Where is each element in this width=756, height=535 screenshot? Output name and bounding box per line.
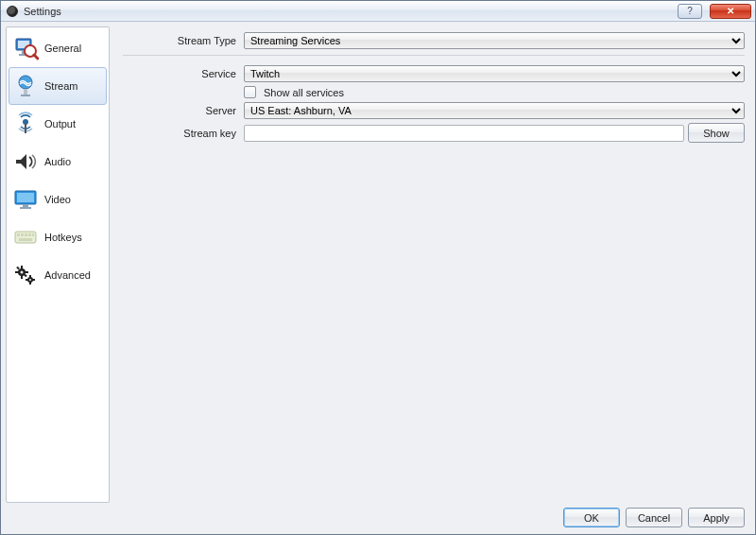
svg-rect-32 <box>26 279 28 281</box>
svg-rect-25 <box>15 271 19 273</box>
show-button[interactable]: Show <box>688 123 745 143</box>
svg-rect-13 <box>23 204 28 207</box>
output-icon <box>12 111 39 137</box>
svg-rect-30 <box>29 275 31 278</box>
svg-rect-31 <box>29 282 31 285</box>
svg-rect-18 <box>25 233 27 236</box>
sidebar-item-hotkeys[interactable]: Hotkeys <box>9 218 107 256</box>
stream-key-input[interactable] <box>244 125 684 142</box>
svg-rect-33 <box>32 279 35 281</box>
help-icon: ? <box>687 6 693 16</box>
server-label: Server <box>117 105 240 116</box>
svg-rect-8 <box>21 95 30 96</box>
stream-key-label: Stream key <box>117 128 240 139</box>
row-service: Service Twitch <box>117 63 750 84</box>
close-icon: ✕ <box>727 6 734 16</box>
svg-rect-26 <box>25 271 28 273</box>
svg-rect-20 <box>32 233 34 236</box>
sidebar: General Stream <box>6 26 110 503</box>
client-area: General Stream <box>1 22 755 534</box>
svg-rect-7 <box>24 89 27 95</box>
sidebar-item-output[interactable]: Output <box>9 105 107 143</box>
audio-icon <box>12 148 39 175</box>
sidebar-item-general[interactable]: General <box>9 29 107 67</box>
sidebar-item-label: Video <box>44 194 71 205</box>
sidebar-item-label: Hotkeys <box>44 232 82 243</box>
stream-panel: Stream Type Streaming Services Service T… <box>117 26 750 503</box>
stream-icon <box>12 73 39 99</box>
stream-type-label: Stream Type <box>117 35 240 46</box>
dialog-buttons: OK Cancel Apply <box>6 508 750 529</box>
svg-rect-24 <box>21 275 23 279</box>
sidebar-item-label: Stream <box>44 80 77 92</box>
apply-button[interactable]: Apply <box>688 508 745 527</box>
sidebar-item-label: Audio <box>44 156 71 167</box>
show-all-services-checkbox[interactable] <box>244 86 256 98</box>
close-button[interactable]: ✕ <box>710 4 751 19</box>
svg-rect-15 <box>15 232 36 243</box>
svg-rect-14 <box>20 207 31 209</box>
svg-line-5 <box>34 55 38 59</box>
svg-rect-10 <box>25 124 26 133</box>
svg-point-34 <box>21 271 24 274</box>
svg-rect-27 <box>16 267 20 270</box>
server-select[interactable]: US East: Ashburn, VA <box>244 102 745 119</box>
help-button[interactable]: ? <box>678 4 702 19</box>
general-icon <box>12 35 39 61</box>
sidebar-item-label: Output <box>44 118 76 129</box>
sidebar-item-audio[interactable]: Audio <box>9 143 107 181</box>
window-title: Settings <box>24 6 670 17</box>
sidebar-item-video[interactable]: Video <box>9 181 107 218</box>
svg-rect-23 <box>21 266 23 269</box>
svg-rect-21 <box>19 238 32 241</box>
svg-rect-12 <box>17 193 34 202</box>
advanced-icon <box>12 262 39 288</box>
titlebar: Settings ? ✕ <box>1 1 755 22</box>
show-all-services-label: Show all services <box>264 87 344 98</box>
sidebar-item-label: Advanced <box>44 269 91 281</box>
service-select[interactable]: Twitch <box>244 65 745 82</box>
sidebar-item-advanced[interactable]: Advanced <box>9 256 107 294</box>
row-show-all: Show all services <box>117 84 750 100</box>
svg-point-35 <box>29 279 31 281</box>
separator <box>123 55 745 56</box>
service-label: Service <box>117 68 240 79</box>
row-stream-key: Stream key Show <box>117 121 750 145</box>
svg-rect-19 <box>28 233 31 236</box>
row-stream-type: Stream Type Streaming Services <box>117 30 750 51</box>
body: General Stream <box>6 26 750 503</box>
hotkeys-icon <box>12 224 39 250</box>
svg-rect-17 <box>21 233 24 236</box>
sidebar-item-label: General <box>44 43 81 54</box>
sidebar-item-stream[interactable]: Stream <box>9 67 107 105</box>
settings-window: Settings ? ✕ <box>0 0 756 535</box>
app-icon <box>7 6 18 17</box>
row-server: Server US East: Ashburn, VA <box>117 100 750 121</box>
video-icon <box>12 186 39 213</box>
stream-type-select[interactable]: Streaming Services <box>244 32 745 49</box>
svg-rect-16 <box>17 233 20 236</box>
ok-button[interactable]: OK <box>563 508 620 527</box>
cancel-button[interactable]: Cancel <box>626 508 682 527</box>
